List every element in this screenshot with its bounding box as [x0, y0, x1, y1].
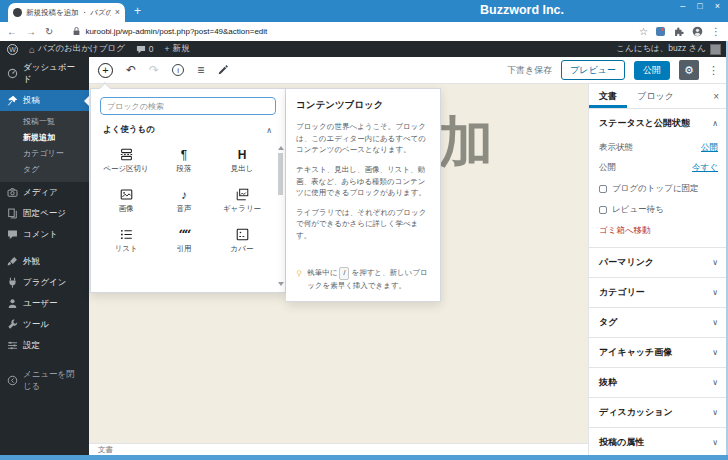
settings-sidebar: 文書 ブロック × ステータスと公開状態 ∧ 表示状態 公開 公開 今すぐ ブロ… — [588, 84, 728, 455]
status-panel-header[interactable]: ステータスと公開状態 ∧ — [589, 109, 728, 134]
editor-options-menu[interactable]: ⋮ — [708, 64, 719, 77]
wp-admin-menu: ダッシュボード 投稿 投稿一覧 新規追加 カテゴリー タグ メディア 固定ページ… — [0, 57, 89, 455]
admin-bar-greeting[interactable]: こんにちは、buzz さん — [616, 43, 706, 55]
admin-bar-comments-link[interactable]: 0 — [136, 44, 154, 54]
audio-note-icon: ♪ — [181, 186, 187, 201]
undo-button[interactable]: ↶ — [126, 64, 136, 76]
block-image[interactable]: 画像 — [97, 179, 155, 219]
publish-date-link[interactable]: 今すぐ — [692, 162, 718, 174]
extensions-puzzle-icon[interactable] — [673, 26, 684, 37]
menu-item-settings[interactable]: 設定 — [0, 335, 89, 356]
posts-submenu: 投稿一覧 新規追加 カテゴリー タグ — [0, 111, 89, 182]
bookmark-star-icon[interactable]: ☆ — [639, 26, 648, 37]
extension-icon[interactable] — [656, 27, 665, 36]
menu-item-plugins[interactable]: プラグイン — [0, 272, 89, 293]
comments-icon — [7, 229, 18, 240]
forward-icon[interactable]: → — [26, 27, 36, 37]
block-search-box[interactable] — [100, 97, 276, 115]
save-draft-button[interactable]: 下書き保存 — [507, 64, 552, 77]
panel-title: タグ — [599, 316, 617, 329]
new-tab-button[interactable]: + — [134, 4, 141, 18]
preview-button[interactable]: プレビュー — [561, 60, 625, 80]
window-minimize-button[interactable]: – — [680, 1, 685, 11]
block-audio[interactable]: ♪ 音声 — [155, 179, 213, 219]
publish-button[interactable]: 公開 — [634, 61, 670, 80]
panel-categories[interactable]: カテゴリー ∨ — [589, 277, 728, 307]
wp-logo-menu[interactable]: W — [7, 44, 18, 55]
settings-gear-button[interactable]: ⚙ — [679, 60, 699, 80]
browser-tab[interactable]: 新規投稿を追加 ・ バズのお出かけブ × — [8, 3, 125, 22]
block-inserter-button[interactable]: + — [98, 63, 113, 78]
tab-block[interactable]: ブロック — [627, 84, 684, 108]
inserter-block-list: よく使うもの ∧ ページ区切り ¶ 段落 H 見出し 画像 — [90, 88, 286, 293]
plus-icon: + — [165, 44, 170, 54]
menu-item-collapse[interactable]: メニューを閉じる — [0, 364, 89, 397]
block-search-input[interactable] — [107, 102, 269, 111]
user-avatar[interactable] — [710, 44, 721, 55]
panel-excerpt[interactable]: 抜粋 ∨ — [589, 367, 728, 397]
menu-item-comments[interactable]: コメント — [0, 224, 89, 245]
block-gallery[interactable]: ギャラリー — [213, 179, 271, 219]
menu-item-media[interactable]: メディア — [0, 182, 89, 203]
back-icon[interactable]: ← — [7, 27, 17, 37]
move-to-trash-link[interactable]: ゴミ箱へ移動 — [599, 225, 718, 237]
menu-item-pages[interactable]: 固定ページ — [0, 203, 89, 224]
window-close-button[interactable]: × — [715, 1, 720, 11]
inserter-scrollbar[interactable] — [277, 146, 284, 286]
redo-button[interactable]: ↷ — [149, 64, 159, 76]
window-maximize-button[interactable]: □ — [697, 1, 702, 11]
settings-tabs: 文書 ブロック × — [589, 84, 728, 109]
menu-item-dashboard[interactable]: ダッシュボード — [0, 57, 89, 90]
block-heading[interactable]: H 見出し — [213, 139, 271, 179]
chevron-down-icon: ∨ — [712, 258, 718, 267]
scroll-down-arrow[interactable] — [278, 282, 284, 286]
block-label: 引用 — [177, 244, 192, 254]
submenu-item-categories[interactable]: カテゴリー — [0, 145, 89, 161]
pending-review-checkbox[interactable] — [599, 206, 607, 214]
block-page-break[interactable]: ページ区切り — [97, 139, 155, 179]
panel-permalink[interactable]: パーマリンク ∨ — [589, 247, 728, 277]
block-quote[interactable]: ““ 引用 — [155, 219, 213, 259]
menu-item-appearance[interactable]: 外観 — [0, 251, 89, 272]
list-icon — [120, 228, 133, 241]
edit-mode-pencil-icon[interactable] — [217, 64, 229, 76]
slash-key: / — [339, 267, 349, 280]
panel-tags[interactable]: タグ ∨ — [589, 307, 728, 337]
heading-icon: H — [238, 146, 247, 161]
menu-label: メニューを閉じる — [23, 369, 82, 393]
dashboard-icon — [7, 68, 18, 79]
panel-featured-image[interactable]: アイキャッチ画像 ∨ — [589, 337, 728, 367]
tab-document[interactable]: 文書 — [589, 84, 627, 108]
address-bar[interactable]: kuroobi.jp/wp-admin/post.php?post=49&act… — [62, 26, 630, 37]
sticky-checkbox[interactable] — [599, 185, 607, 193]
block-paragraph[interactable]: ¶ 段落 — [155, 139, 213, 179]
admin-bar-site-link[interactable]: ⌂ バズのお出かけブログ — [29, 43, 125, 55]
content-structure-button[interactable]: i — [172, 64, 184, 76]
admin-bar-new-link[interactable]: + 新規 — [165, 43, 190, 55]
new-label: 新規 — [173, 43, 190, 55]
menu-item-posts[interactable]: 投稿 — [0, 90, 89, 111]
close-settings-icon[interactable]: × — [704, 91, 728, 102]
block-list[interactable]: リスト — [97, 219, 155, 259]
panel-discussion[interactable]: ディスカッション ∨ — [589, 397, 728, 427]
scroll-up-arrow[interactable] — [278, 146, 284, 150]
tab-close-icon[interactable]: × — [115, 8, 120, 17]
submenu-item-all-posts[interactable]: 投稿一覧 — [0, 113, 89, 129]
panel-post-attributes[interactable]: 投稿の属性 ∨ — [589, 427, 728, 457]
submenu-item-add-new[interactable]: 新規追加 — [0, 129, 89, 145]
panel-title: 投稿の属性 — [599, 436, 644, 449]
block-navigation-button[interactable]: ≡ — [197, 64, 204, 76]
most-used-section-header[interactable]: よく使うもの ∧ — [91, 120, 285, 136]
profile-avatar-icon[interactable] — [692, 26, 703, 37]
chevron-up-icon: ∧ — [266, 126, 272, 135]
scrollbar-thumb[interactable] — [278, 153, 283, 195]
reload-icon[interactable]: ↻ — [45, 27, 53, 37]
visibility-value-link[interactable]: 公開 — [701, 142, 718, 154]
menu-item-users[interactable]: ユーザー — [0, 293, 89, 314]
submenu-item-tags[interactable]: タグ — [0, 161, 89, 177]
block-label: 音声 — [177, 204, 192, 214]
chevron-down-icon: ∨ — [712, 318, 718, 327]
menu-item-tools[interactable]: ツール — [0, 314, 89, 335]
block-cover[interactable]: カバー — [213, 219, 271, 259]
browser-menu-icon[interactable]: ⋮ — [711, 26, 721, 37]
